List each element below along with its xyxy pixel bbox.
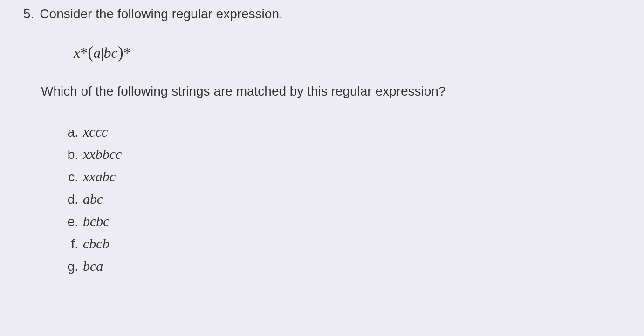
formula-rparen: ) [118,43,123,62]
formula-star2: * [123,44,131,61]
question-container: 5. Consider the following regular expres… [0,0,644,291]
option-letter: c. [60,167,78,188]
option-value: xxabc [83,165,116,188]
option-value: xccc [83,121,108,143]
option-value: xxbbcc [83,143,122,165]
option-value: bcbc [83,210,110,233]
option-value: cbcb [83,233,110,255]
option-letter: a. [60,122,78,143]
options-list: a. xccc b. xxbbcc c. xxabc d. abc e. bcb… [60,121,621,277]
option-b: b. xxbbcc [60,143,621,165]
formula-x: x [74,44,80,61]
option-d: d. abc [60,188,621,210]
option-e: e. bcbc [60,210,621,233]
formula-star1: * [80,44,88,61]
formula-lparen: ( [88,43,93,62]
option-letter: g. [60,256,78,277]
option-letter: d. [60,189,78,210]
option-value: abc [83,188,103,210]
option-g: g. bca [60,255,621,277]
formula-a: a [93,44,101,61]
option-letter: e. [60,212,78,233]
option-value: bca [83,255,103,277]
option-c: c. xxabc [60,165,621,188]
option-f: f. cbcb [60,233,621,255]
question-intro: Consider the following regular expressio… [40,5,282,23]
question-header: 5. Consider the following regular expres… [23,5,621,23]
question-number: 5. [23,7,34,21]
option-letter: f. [60,234,78,255]
option-a: a. xccc [60,121,621,143]
regex-formula: x*(a|bc)* [74,42,621,62]
formula-bc: bc [104,44,118,61]
question-prompt: Which of the following strings are match… [41,82,621,101]
option-letter: b. [60,144,78,165]
